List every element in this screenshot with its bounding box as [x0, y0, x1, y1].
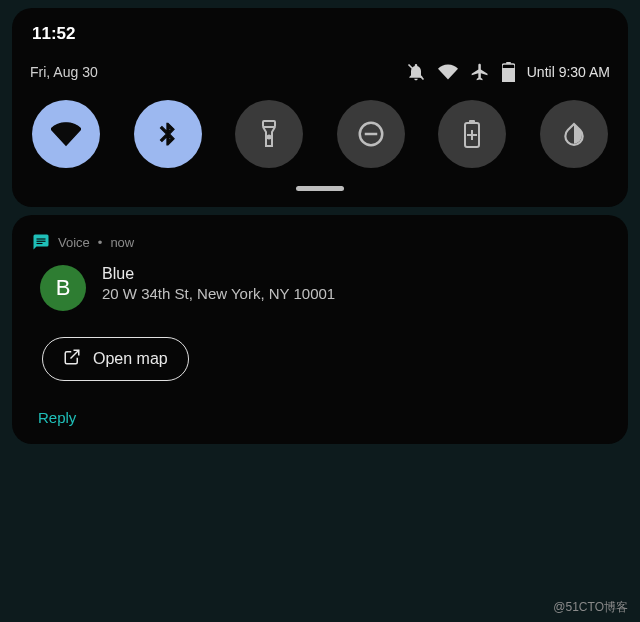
message-text: 20 W 34th St, New York, NY 10001	[102, 285, 608, 302]
quick-settings-panel: 11:52 Fri, Aug 30 Until 9:30 AM	[12, 8, 628, 207]
sender-name: Blue	[102, 265, 608, 283]
qs-dnd-tile[interactable]	[337, 100, 405, 168]
reply-button[interactable]: Reply	[32, 409, 608, 426]
svg-rect-2	[506, 62, 511, 64]
open-map-button[interactable]: Open map	[42, 337, 189, 381]
action-label: Open map	[93, 350, 168, 368]
notification-body: B Blue 20 W 34th St, New York, NY 10001	[32, 265, 608, 311]
date-label: Fri, Aug 30	[30, 64, 98, 80]
notification-text: Blue 20 W 34th St, New York, NY 10001	[102, 265, 608, 302]
notification-time: now	[110, 235, 134, 250]
status-icons: Until 9:30 AM	[406, 62, 610, 82]
status-row: Fri, Aug 30 Until 9:30 AM	[30, 62, 610, 82]
notifications-off-icon	[406, 62, 426, 82]
svg-rect-4	[263, 121, 275, 127]
notification-header: Voice • now	[32, 233, 608, 251]
svg-line-15	[71, 350, 79, 358]
clock: 11:52	[30, 22, 610, 62]
notification-app-name: Voice	[58, 235, 90, 250]
notification-card[interactable]: Voice • now B Blue 20 W 34th St, New Yor…	[12, 215, 628, 444]
qs-wifi-tile[interactable]	[32, 100, 100, 168]
wifi-status-icon	[438, 62, 458, 82]
battery-until-label: Until 9:30 AM	[527, 64, 610, 80]
separator-dot: •	[98, 235, 103, 250]
drag-handle[interactable]	[296, 186, 344, 191]
svg-point-5	[268, 136, 271, 139]
watermark: @51CTO博客	[553, 599, 628, 616]
qs-battery-saver-tile[interactable]	[438, 100, 506, 168]
avatar: B	[40, 265, 86, 311]
svg-rect-9	[469, 120, 475, 123]
voice-app-icon	[32, 233, 50, 251]
qs-flashlight-tile[interactable]	[235, 100, 303, 168]
open-external-icon	[63, 348, 81, 370]
qs-dark-theme-tile[interactable]	[540, 100, 608, 168]
airplane-status-icon	[470, 62, 490, 82]
svg-rect-3	[502, 68, 515, 82]
quick-settings-row	[30, 100, 610, 168]
battery-status-icon	[502, 62, 515, 82]
qs-bluetooth-tile[interactable]	[134, 100, 202, 168]
